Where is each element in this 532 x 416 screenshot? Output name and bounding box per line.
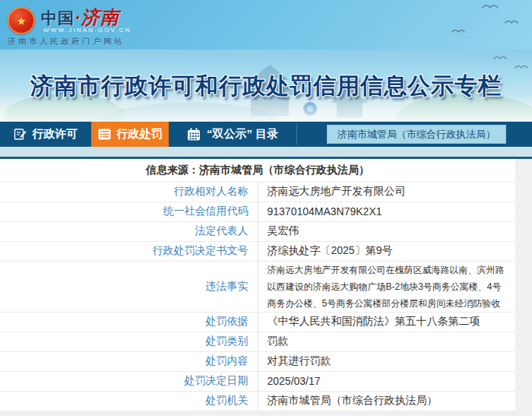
logo-china-text: 中国 [41, 9, 74, 27]
row-label: 统一社会信用代码 [0, 202, 258, 221]
info-source: 信息来源：济南市城管局（市综合行政执法局） [0, 159, 515, 182]
row-value: 济综执处字〔2025〕第9号 [258, 241, 515, 261]
row-label: 处罚依据 [0, 312, 258, 332]
logo-jinan-text: ·济南 [74, 7, 119, 27]
row-label: 违法事实 [0, 261, 258, 312]
national-emblem-icon: ★ [8, 7, 35, 34]
logo-subtitle: 济南市人民政府门户网站 [8, 37, 125, 47]
page-title: 济南市行政许可和行政处罚信用信息公示专栏 [0, 71, 532, 102]
tab-administrative-licensing[interactable]: 行政许可 [0, 122, 91, 147]
table-row: 行政相对人名称 济南远大房地产开发有限公司 [0, 182, 515, 202]
birds-icon [410, 0, 532, 46]
list-icon [98, 129, 111, 140]
row-label: 法定代表人 [0, 221, 258, 241]
punishment-detail-table: 信息来源：济南市城管局（市综合行政执法局） 行政相对人名称 济南远大房地产开发有… [0, 159, 515, 411]
logo-url: WWW.JINAN.GOV.CN [43, 27, 131, 33]
site-header: ★ 中国·济南 WWW.JINAN.GOV.CN 济南市人民政府门户网站 [0, 0, 532, 49]
row-value: 济南远大房地产开发有限公司 [258, 182, 515, 202]
sub-nav-strip [0, 147, 532, 157]
table-row: 处罚依据 《中华人民共和国消防法》第五十八条第二项 [0, 312, 515, 332]
row-value: 2025/03/17 [258, 371, 515, 391]
nav-bar: 行政许可 行政处罚 [0, 122, 532, 147]
row-value: 吴宏伟 [258, 221, 515, 241]
row-value: 《中华人民共和国消防法》第五十八条第二项 [258, 312, 515, 332]
row-value: 济南市城管局（市综合行政执法局） [258, 391, 515, 411]
row-value: 罚款 [258, 332, 515, 351]
tab-label: 行政处罚 [117, 127, 163, 141]
banner: 济南市行政许可和行政处罚信用信息公示专栏 [0, 49, 532, 122]
tab-label: “双公示” 目录 [207, 127, 278, 141]
table-row-illegal-facts: 违法事实 济南远大房地产开发有限公司在槐荫区威海路以南、滨州路以西建设的济南远大… [0, 261, 515, 312]
document-edit-icon [14, 128, 27, 141]
illegal-facts-text: 济南远大房地产开发有限公司在槐荫区威海路以南、滨州路以西建设的济南远大购物广场B… [268, 262, 510, 312]
row-label: 处罚决定日期 [0, 371, 258, 391]
table-row-source: 信息来源：济南市城管局（市综合行政执法局） [0, 159, 515, 182]
calendar-icon [187, 128, 201, 141]
tab-label: 行政许可 [33, 127, 78, 141]
row-label: 处罚内容 [0, 351, 258, 371]
table-row: 统一社会信用代码 91370104MA3N79K2X1 [0, 202, 515, 221]
tab-double-publicity-catalog[interactable]: “双公示” 目录 [169, 122, 296, 147]
row-label: 行政相对人名称 [0, 182, 258, 202]
table-row: 处罚内容 对其进行罚款 [0, 351, 515, 371]
star-icon: ★ [16, 15, 26, 27]
row-label: 处罚机关 [0, 391, 258, 411]
row-value: 对其进行罚款 [258, 351, 515, 371]
detail-panel: 信息来源：济南市城管局（市综合行政执法局） 行政相对人名称 济南远大房地产开发有… [0, 159, 515, 411]
agency-button[interactable]: 济南市城管局（市综合行政执法局） [327, 125, 506, 144]
page: ★ 中国·济南 WWW.JINAN.GOV.CN 济南市人民政府门户网站 [0, 0, 532, 416]
row-value: 91370104MA3N79K2X1 [258, 202, 515, 221]
tab-administrative-punishment[interactable]: 行政处罚 [91, 122, 169, 147]
row-label: 行政处罚决定书文号 [0, 241, 258, 261]
table-row: 处罚类别 罚款 [0, 332, 515, 351]
table-row: 行政处罚决定书文号 济综执处字〔2025〕第9号 [0, 241, 515, 261]
table-row: 处罚机关 济南市城管局（市综合行政执法局） [0, 391, 515, 411]
table-row: 处罚决定日期 2025/03/17 [0, 371, 515, 391]
nav-divider [296, 123, 297, 145]
row-value: 济南远大房地产开发有限公司在槐荫区威海路以南、滨州路以西建设的济南远大购物广场B… [258, 261, 515, 312]
row-label: 处罚类别 [0, 332, 258, 351]
table-row: 法定代表人 吴宏伟 [0, 221, 515, 241]
